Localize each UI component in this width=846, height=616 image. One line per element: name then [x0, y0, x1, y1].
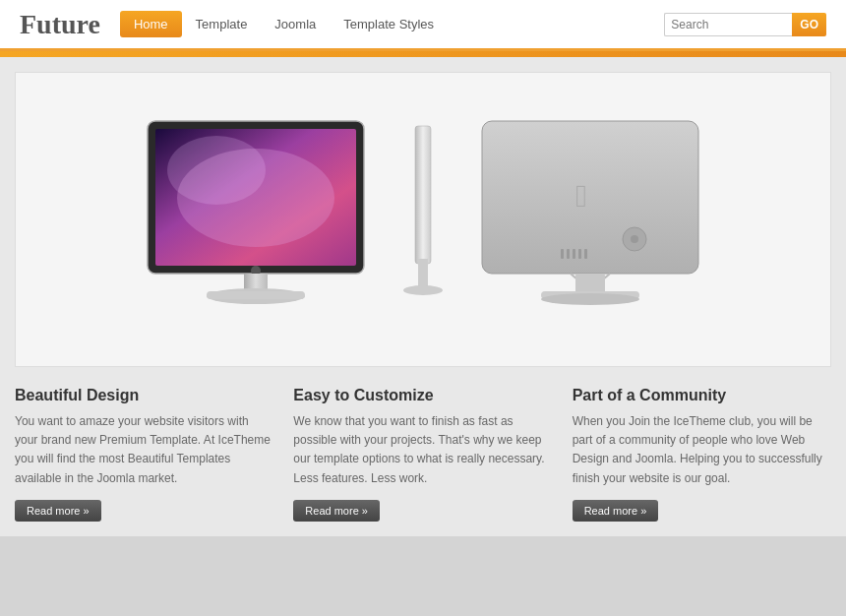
search-button[interactable]: GO [792, 13, 826, 36]
svg-point-11 [403, 285, 443, 295]
column-1-title: Beautiful Design [15, 387, 273, 404]
svg-point-21 [631, 235, 638, 243]
read-more-button-3[interactable]: Read more » [573, 500, 659, 522]
search-area: GO [664, 13, 826, 36]
header: Future Home Template Joomla Template Sty… [0, 0, 846, 51]
nav-item-template-styles[interactable]: Template Styles [330, 11, 448, 37]
svg-text::  [575, 178, 587, 214]
svg-rect-12 [482, 121, 698, 274]
svg-rect-9 [415, 126, 431, 264]
svg-rect-16 [567, 249, 570, 259]
read-more-button-2[interactable]: Read more » [293, 500, 380, 522]
imac-side-image [393, 121, 453, 318]
svg-rect-17 [573, 249, 575, 259]
column-community: Part of a Community When you Join the Ic… [573, 387, 831, 522]
logo: Future [20, 9, 100, 40]
column-2-body: We know that you want to finish as fast … [293, 412, 552, 488]
imac-back-image:  [472, 111, 708, 328]
main-content:  Beautiful Design You want to amaze you… [0, 57, 846, 536]
search-input[interactable] [664, 13, 792, 36]
svg-rect-8 [207, 291, 305, 299]
column-beautiful-design: Beautiful Design You want to amaze your … [15, 387, 273, 522]
read-more-button-1[interactable]: Read more » [15, 500, 101, 522]
nav: Home Template Joomla Template Styles [120, 11, 664, 37]
hero-section:  [15, 72, 831, 367]
svg-rect-10 [418, 259, 428, 288]
nav-item-joomla[interactable]: Joomla [261, 11, 330, 37]
nav-item-template[interactable]: Template [182, 11, 262, 37]
svg-rect-15 [561, 249, 564, 259]
svg-point-24 [541, 293, 639, 305]
imac-front-image [138, 111, 374, 328]
column-easy-customize: Easy to Customize We know that you want … [293, 387, 552, 522]
column-1-body: You want to amaze your website visitors … [15, 412, 273, 488]
svg-rect-18 [578, 249, 581, 259]
svg-rect-19 [584, 249, 587, 259]
svg-point-3 [167, 136, 266, 205]
nav-item-home[interactable]: Home [120, 11, 182, 37]
column-2-title: Easy to Customize [293, 387, 552, 404]
columns-section: Beautiful Design You want to amaze your … [15, 387, 831, 522]
column-3-body: When you Join the IceTheme club, you wil… [573, 412, 831, 488]
column-3-title: Part of a Community [573, 387, 831, 404]
